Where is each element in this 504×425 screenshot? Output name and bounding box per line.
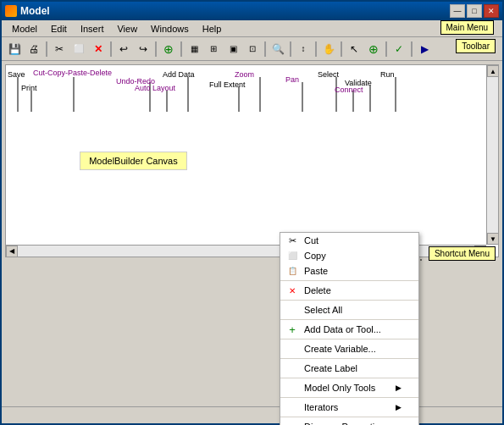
iterators-icon: [285, 400, 299, 414]
sep7: [315, 41, 317, 57]
menu-edit[interactable]: Edit: [44, 22, 74, 36]
menu-windows[interactable]: Windows: [144, 22, 196, 36]
ctx-sep6: [280, 378, 418, 378]
toolbar-callout: Toolbar: [456, 39, 496, 53]
ctx-sep5: [280, 358, 418, 359]
grid3-btn[interactable]: ▣: [224, 40, 242, 58]
scroll-track-v: [487, 77, 498, 233]
close-button[interactable]: ✕: [484, 4, 499, 18]
annotation-cut-copy: Cut-Copy-Paste-Delete: [33, 69, 112, 77]
annotation-connect: Connect: [335, 86, 363, 94]
diagram-properties-icon: [285, 420, 299, 425]
ctx-cut[interactable]: ✂ Cut: [280, 233, 418, 248]
copy-btn[interactable]: ⬜: [69, 40, 88, 58]
run-btn[interactable]: ▶: [415, 40, 434, 58]
copy-icon: ⬜: [285, 249, 299, 262]
menu-view[interactable]: View: [110, 22, 144, 36]
title-bar-controls: — □ ✕: [450, 4, 499, 18]
annotation-pan: Pan: [285, 75, 299, 84]
ctx-create-label[interactable]: Create Label: [280, 361, 418, 376]
title-bar: Model — □ ✕: [2, 2, 502, 20]
menu-model[interactable]: Model: [5, 22, 44, 36]
sep3: [155, 41, 157, 57]
undo-btn[interactable]: ↩: [114, 40, 133, 58]
grid1-btn[interactable]: ▦: [185, 40, 203, 58]
maximize-button[interactable]: □: [467, 4, 482, 18]
modelbuilder-canvas[interactable]: Save Cut-Copy-Paste-Delete Print Undo-Re…: [5, 64, 499, 257]
shortcut-menu-callout: Shortcut Menu: [429, 246, 496, 261]
ctx-sep7: [280, 397, 418, 398]
annotation-run: Run: [380, 70, 395, 79]
sep5: [264, 41, 266, 57]
sep10: [411, 41, 413, 57]
window-icon: [5, 5, 17, 17]
ctx-diagram-properties[interactable]: Diagram Properties...: [280, 419, 418, 425]
create-label-icon: [285, 362, 299, 375]
ctx-select-all[interactable]: Select All: [280, 302, 418, 317]
sep6: [290, 41, 291, 57]
annotation-print: Print: [21, 84, 37, 92]
annotation-select: Select: [318, 70, 339, 79]
scroll-left-btn[interactable]: ◀: [6, 246, 18, 257]
ctx-sep3: [280, 319, 418, 320]
ctx-delete[interactable]: ✕ Delete: [280, 283, 418, 298]
ctx-sep4: [280, 339, 418, 339]
delete-icon: ✕: [285, 284, 299, 297]
toolbar: 💾 🖨 ✂ ⬜ ✕ ↩ ↪ ⊕ ▦ ⊞ ▣ ⊡ 🔍 ↕ ✋ ↖ ⊕ ✓ ▶ To…: [2, 37, 502, 61]
iterators-arrow: ▶: [396, 403, 402, 411]
connect-btn[interactable]: ⊕: [364, 40, 383, 58]
select-all-icon: [285, 303, 299, 317]
model-only-tools-icon: [285, 381, 299, 395]
print-btn[interactable]: 🖨: [25, 40, 43, 58]
annotation-zoom: Zoom: [235, 70, 254, 79]
sep2: [110, 41, 112, 57]
zoom-btn[interactable]: 🔍: [269, 40, 287, 58]
annotation-save: Save: [8, 70, 25, 79]
redo-btn[interactable]: ↪: [134, 40, 152, 58]
title-bar-text: Model: [5, 5, 50, 17]
scroll-down-btn[interactable]: ▼: [487, 233, 499, 245]
ctx-model-only-tools[interactable]: Model Only Tools ▶: [280, 380, 418, 395]
minimize-button[interactable]: —: [450, 4, 465, 18]
ctx-copy[interactable]: ⬜ Copy: [280, 248, 418, 263]
main-menu-callout: Main Menu: [440, 20, 494, 35]
ctx-sep8: [280, 417, 418, 417]
cut-btn[interactable]: ✂: [50, 40, 69, 58]
grid4-btn[interactable]: ⊡: [243, 40, 262, 58]
scroll-up-btn[interactable]: ▲: [487, 65, 499, 77]
scrollbar-vertical[interactable]: ▲ ▼: [486, 65, 498, 245]
menu-insert[interactable]: Insert: [74, 22, 111, 36]
ctx-sep2: [280, 300, 418, 301]
create-variable-icon: [285, 342, 299, 356]
ctx-sep1: [280, 280, 418, 281]
sep9: [385, 41, 387, 57]
add-data-icon: +: [285, 323, 299, 336]
sep8: [341, 41, 342, 57]
validate-btn[interactable]: ✓: [390, 40, 408, 58]
select-btn[interactable]: ↖: [345, 40, 363, 58]
add-data-btn[interactable]: ⊕: [159, 40, 178, 58]
grid2-btn[interactable]: ⊞: [204, 40, 223, 58]
annotation-full-extent: Full Extent: [209, 80, 246, 89]
content-area: Save Cut-Copy-Paste-Delete Print Undo-Re…: [2, 64, 502, 376]
ctx-iterators[interactable]: Iterators ▶: [280, 400, 418, 415]
save-btn[interactable]: 💾: [5, 40, 24, 58]
pan-btn[interactable]: ✋: [319, 40, 338, 58]
ctx-create-variable[interactable]: Create Variable...: [280, 341, 418, 356]
main-window: Model — □ ✕ Model Edit Insert View Windo…: [0, 0, 504, 425]
cut-icon: ✂: [285, 234, 299, 247]
context-menu: ✂ Cut ⬜ Copy 📋 Paste ✕ Delete: [280, 232, 419, 425]
annotation-add-data: Add Data: [163, 70, 195, 79]
delete-btn[interactable]: ✕: [89, 40, 108, 58]
annotation-auto-layout: Auto Layout: [135, 84, 175, 92]
ctx-add-data[interactable]: + Add Data or Tool...: [280, 322, 418, 337]
full-extent-btn[interactable]: ↕: [294, 40, 313, 58]
ctx-paste[interactable]: 📋 Paste: [280, 263, 418, 279]
sep1: [46, 41, 47, 57]
menu-bar: Model Edit Insert View Windows Help Main…: [2, 20, 502, 37]
canvas-label: ModelBuilder Canvas: [80, 152, 187, 170]
sep4: [180, 41, 182, 57]
window-title: Model: [20, 5, 50, 17]
model-only-tools-arrow: ▶: [396, 384, 402, 392]
menu-help[interactable]: Help: [196, 22, 229, 36]
